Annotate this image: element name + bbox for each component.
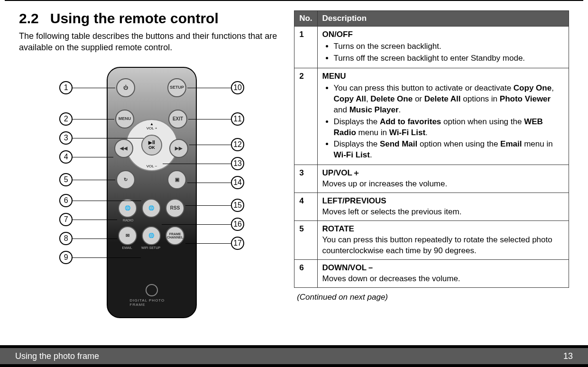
- row-number: 1: [294, 27, 317, 68]
- continued-note: (Continued on next page): [294, 293, 569, 302]
- leader-line: [73, 257, 141, 258]
- callout-17: 17: [231, 237, 244, 250]
- table-row: 6 DOWN/VOL－ Moves down or decreases the …: [294, 259, 569, 287]
- row-desc: LEFT/PREVIOUS Moves left or selects the …: [317, 193, 569, 221]
- row-number: 6: [294, 259, 317, 287]
- row-title: ROTATE: [322, 224, 354, 233]
- callout-4: 4: [59, 150, 73, 164]
- leader-line: [162, 224, 231, 225]
- section-title: Using the remote control: [50, 10, 219, 26]
- col-desc-header: Description: [317, 11, 569, 27]
- brand-logo-icon: [146, 284, 158, 296]
- leader-line: [73, 220, 117, 220]
- leader-line: [73, 201, 141, 201]
- table-row: 4 LEFT/PREVIOUS Moves left or selects th…: [294, 193, 569, 221]
- power-button: ⏻: [116, 78, 135, 97]
- row-title: MENU: [322, 72, 346, 81]
- leader-line: [185, 243, 231, 244]
- vol-up-label: ▲VOL +: [147, 122, 157, 130]
- bullet: Displays the Add to favorites option whe…: [334, 117, 564, 138]
- email-sublabel: EMAIL: [115, 246, 139, 249]
- callout-6: 6: [59, 194, 73, 207]
- row-desc: ROTATE You can press this button repeate…: [317, 221, 569, 260]
- remote-diagram: DIGITAL PHOTO FRAME ⏻ SETUP MENU EXIT ▶I…: [45, 62, 258, 323]
- page-footer: Using the photo frame 13: [0, 345, 588, 367]
- callout-5: 5: [59, 173, 73, 186]
- row-text: Moves down or decreases the volume.: [322, 274, 460, 283]
- bullet: Turns off the screen backlight to enter …: [334, 53, 564, 64]
- leader-line: [187, 183, 231, 183]
- callout-7: 7: [59, 213, 73, 226]
- section-number: 2.2: [19, 10, 39, 26]
- callout-8: 8: [59, 232, 73, 245]
- callout-2: 2: [59, 112, 73, 126]
- footer-page-number: 13: [563, 351, 573, 361]
- row-title: UP/VOL＋: [322, 168, 360, 177]
- row-number: 3: [294, 165, 317, 193]
- description-table: No. Description 1 ON/OFF Turns on the sc…: [294, 10, 569, 288]
- table-row: 2 MENU You can press this button to acti…: [294, 68, 569, 165]
- row-number: 2: [294, 68, 317, 165]
- row-title: ON/OFF: [322, 30, 353, 39]
- leader-line: [73, 239, 117, 239]
- frame-channel-button: FRAME CHANNEL: [165, 226, 184, 245]
- ok-button: ▶IIOK: [141, 135, 162, 156]
- vol-down-label: VOL −: [147, 164, 157, 168]
- callout-13: 13: [231, 157, 244, 170]
- leader-line: [73, 157, 113, 157]
- row-desc: ON/OFF Turns on the screen backlight. Tu…: [317, 27, 569, 68]
- table-row: 5 ROTATE You can press this button repea…: [294, 221, 569, 260]
- callout-16: 16: [231, 218, 244, 231]
- bullet: You can press this button to activate or…: [334, 83, 564, 116]
- row-text: You can press this button repeatedly to …: [322, 235, 552, 255]
- row-text: Moves up or increases the volume.: [322, 179, 448, 188]
- row-desc: UP/VOL＋ Moves up or increases the volume…: [317, 165, 569, 193]
- callout-15: 15: [231, 199, 244, 212]
- footer-chapter: Using the photo frame: [15, 351, 99, 361]
- wifi-sublabel: WIFI SETUP: [139, 246, 163, 249]
- leader-line: [73, 180, 115, 180]
- leader-line: [73, 88, 115, 88]
- bullet: Turns on the screen backlight.: [334, 41, 564, 52]
- leader-line: [189, 145, 231, 145]
- callout-9: 9: [59, 251, 73, 264]
- menu-button: MENU: [115, 110, 134, 128]
- callout-1: 1: [59, 81, 73, 94]
- brand-label: DIGITAL PHOTO FRAME: [130, 298, 174, 307]
- leader-line: [73, 138, 144, 138]
- leader-line: [187, 88, 231, 88]
- row-title: DOWN/VOL－: [322, 263, 375, 272]
- callout-3: 3: [59, 131, 73, 145]
- table-row: 1 ON/OFF Turns on the screen backlight. …: [294, 27, 569, 68]
- wifi-button: 🌐: [142, 226, 161, 245]
- globe-button: 🌐: [142, 199, 161, 218]
- pip-button: ▣: [167, 170, 186, 189]
- leader-line: [73, 119, 114, 119]
- remote-body: DIGITAL PHOTO FRAME: [107, 67, 197, 318]
- row-desc: DOWN/VOL－ Moves down or decreases the vo…: [317, 259, 569, 287]
- section-heading: 2.2Using the remote control: [19, 10, 285, 27]
- bullet: Displays the Send Mail option when using…: [334, 139, 564, 161]
- forward-button: ▶▶: [169, 139, 188, 158]
- callout-14: 14: [231, 176, 244, 189]
- leader-line: [185, 205, 231, 206]
- rss-button: RSS: [165, 199, 184, 218]
- row-number: 5: [294, 221, 317, 260]
- row-text: Moves left or selects the previous item.: [322, 207, 462, 216]
- callout-11: 11: [231, 112, 244, 126]
- callout-10: 10: [231, 81, 244, 94]
- rewind-button: ◀◀: [114, 139, 133, 158]
- intro-text: The following table describes the button…: [19, 30, 285, 54]
- setup-button: SETUP: [167, 78, 186, 97]
- table-row: 3 UP/VOL＋ Moves up or increases the volu…: [294, 165, 569, 193]
- leader-line: [188, 119, 231, 119]
- row-desc: MENU You can press this button to activa…: [317, 68, 569, 165]
- row-title: LEFT/PREVIOUS: [322, 196, 386, 205]
- row-number: 4: [294, 193, 317, 221]
- col-no-header: No.: [294, 11, 317, 27]
- radio-sublabel: RADIO: [116, 219, 140, 222]
- exit-button: EXIT: [168, 110, 187, 128]
- rotate-button: ↻: [116, 170, 135, 189]
- leader-line: [163, 164, 231, 164]
- radio-button: 🌐: [118, 199, 137, 218]
